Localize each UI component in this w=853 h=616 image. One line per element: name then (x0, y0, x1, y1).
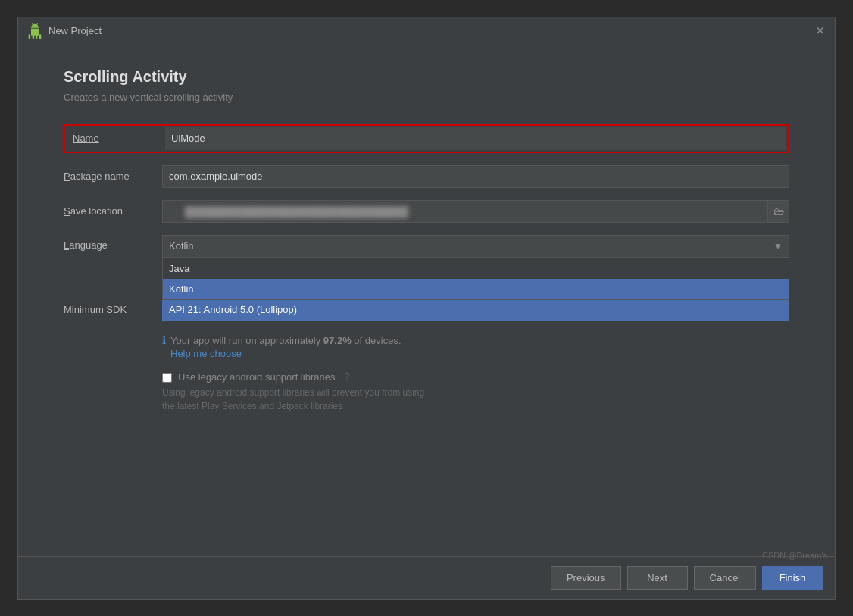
save-location-label: Save location (64, 205, 162, 217)
question-icon: ? (344, 371, 349, 382)
name-field-group: Name (64, 124, 789, 153)
legacy-support-checkbox[interactable] (162, 373, 172, 383)
language-label: Language (64, 235, 162, 251)
legacy-support-label: Use legacy android.support libraries (178, 371, 335, 383)
package-name-label: PPackage nameackage name (64, 170, 162, 182)
info-text-wrapper: Your app will run on approximately 97.2%… (170, 333, 402, 360)
minimum-sdk-group: Minimum SDK API 21: Android 5.0 (Lollipo… (64, 299, 789, 321)
package-name-group: PPackage nameackage name (64, 165, 789, 188)
close-button[interactable]: ✕ (814, 25, 826, 37)
android-icon (27, 23, 42, 39)
name-input[interactable] (165, 127, 786, 150)
new-project-dialog: New Project ✕ Scrolling Activity Creates… (17, 17, 836, 600)
minimum-sdk-label: Minimum SDK (64, 304, 162, 315)
language-dropdown-list: Java Kotlin (162, 258, 789, 300)
minimum-sdk-value: API 21: Android 5.0 (Lollipop) (169, 304, 297, 315)
folder-icon: 🗁 (773, 205, 784, 217)
section-title: Scrolling Activity (64, 68, 789, 86)
dropdown-arrow-icon: ▼ (773, 241, 783, 252)
folder-browse-button[interactable]: 🗁 (768, 200, 789, 223)
title-bar: New Project ✕ (18, 17, 835, 45)
next-button[interactable]: Next (627, 566, 688, 590)
package-name-input[interactable] (162, 165, 789, 188)
language-option-java[interactable]: Java (163, 258, 789, 279)
info-icon: ℹ (162, 334, 166, 346)
info-text-before: Your app will run on approximately (170, 335, 323, 346)
language-wrapper: Kotlin ▼ Java Kotlin (162, 235, 789, 258)
language-selected-value: Kotlin (169, 240, 194, 252)
info-row: ℹ Your app will run on approximately 97.… (162, 333, 789, 360)
language-option-kotlin[interactable]: Kotlin (163, 279, 789, 299)
dialog-title: New Project (48, 25, 102, 36)
name-label: Name (67, 133, 165, 144)
language-group: Language Kotlin ▼ Java Kotlin (64, 235, 789, 258)
previous-button[interactable]: Previous (551, 566, 621, 590)
language-dropdown[interactable]: Kotlin ▼ (162, 235, 789, 258)
info-percentage: 97.2% (323, 335, 352, 346)
save-location-input[interactable] (162, 200, 768, 223)
minimum-sdk-dropdown[interactable]: API 21: Android 5.0 (Lollipop) (162, 299, 789, 321)
dialog-footer: Previous Next Cancel Finish (18, 556, 835, 599)
finish-button[interactable]: Finish (762, 566, 823, 590)
save-location-wrapper: ████████████████████████████████ 🗁 (162, 200, 789, 223)
legacy-support-checkbox-row: Use legacy android.support libraries ? (162, 371, 789, 383)
section-subtitle: Creates a new vertical scrolling activit… (64, 92, 789, 103)
legacy-support-description: Using legacy android.support libraries w… (162, 386, 789, 413)
title-bar-left: New Project (27, 23, 102, 39)
cancel-button[interactable]: Cancel (694, 566, 756, 590)
save-location-group: Save location ██████████████████████████… (64, 200, 789, 223)
dialog-content: Scrolling Activity Creates a new vertica… (18, 45, 835, 556)
watermark: CSDN @Dream's (762, 551, 827, 560)
info-text-after: of devices. (352, 335, 402, 346)
help-me-choose-link[interactable]: Help me choose (170, 348, 242, 359)
